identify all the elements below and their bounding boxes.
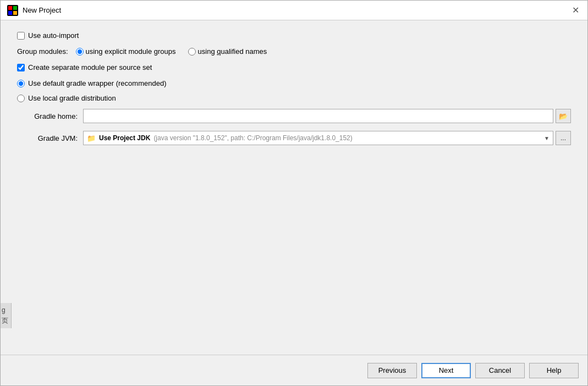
gradle-home-input-wrapper: 📂 [83,109,571,123]
svg-rect-1 [8,6,12,10]
dialog-title: New Project [23,6,61,14]
default-wrapper-row: Use default gradle wrapper (recommended) [17,79,571,87]
new-project-dialog: New Project ✕ Use auto-import Group modu… [0,0,588,386]
svg-rect-2 [13,6,17,10]
auto-import-checkbox[interactable] [17,32,25,40]
dialog-content: Use auto-import Group modules: using exp… [1,20,587,355]
local-gradle-label[interactable]: Use local gradle distribution [28,94,116,102]
dialog-footer: Previous Next Cancel Help [1,355,587,385]
group-modules-row: Group modules: using explicit module gro… [17,47,571,56]
app-icon [7,5,18,16]
gradle-home-browse-button[interactable]: 📂 [556,109,571,123]
group-qualified-radio[interactable] [188,48,196,56]
title-bar: New Project ✕ [1,1,587,20]
gradle-home-row: Gradle home: 📂 [17,109,571,123]
auto-import-label[interactable]: Use auto-import [28,31,79,40]
jdk-select-text: 📁 Use Project JDK (java version "1.8.0_1… [87,134,542,142]
gradle-jvm-label: Gradle JVM: [17,134,78,142]
jdk-details: (java version "1.8.0_152", path: C:/Prog… [153,134,352,142]
previous-button[interactable]: Previous [367,363,417,378]
gradle-home-label: Gradle home: [17,112,78,120]
cancel-button[interactable]: Cancel [475,363,525,378]
create-module-row: Create separate module per source set [17,63,571,71]
close-button[interactable]: ✕ [570,5,581,16]
default-wrapper-radio[interactable] [17,80,25,87]
dropdown-arrow-icon: ▼ [542,135,549,141]
svg-rect-3 [8,11,12,15]
gradle-home-input[interactable] [83,109,553,123]
sidebar-hint-1: g [2,305,10,316]
group-explicit-label[interactable]: using explicit module groups [86,47,176,56]
group-explicit-radio[interactable] [76,48,84,56]
default-wrapper-label[interactable]: Use default gradle wrapper (recommended) [28,79,166,87]
local-gradle-radio[interactable] [17,95,25,102]
gradle-jvm-select[interactable]: 📁 Use Project JDK (java version "1.8.0_1… [83,131,553,145]
jdk-folder-icon: 📁 [87,134,96,142]
auto-import-row: Use auto-import [17,31,571,40]
sidebar-hint: g 页 [1,303,12,328]
local-gradle-row: Use local gradle distribution [17,94,571,102]
group-option1: using explicit module groups [76,47,176,56]
svg-rect-4 [13,11,17,15]
next-button[interactable]: Next [421,363,471,378]
create-module-checkbox[interactable] [17,64,25,71]
group-modules-label: Group modules: [17,47,68,56]
group-option2: using qualified names [188,47,267,56]
gradle-jvm-select-wrapper: 📁 Use Project JDK (java version "1.8.0_1… [83,131,571,145]
jdk-name: Use Project JDK [99,134,150,142]
create-module-label[interactable]: Create separate module per source set [28,63,152,71]
sidebar-hint-2: 页 [2,316,10,326]
group-qualified-label[interactable]: using qualified names [198,47,267,56]
title-bar-left: New Project [7,5,61,16]
gradle-jvm-row: Gradle JVM: 📁 Use Project JDK (java vers… [17,131,571,145]
jdk-ellipsis-button[interactable]: ... [556,131,571,145]
help-button[interactable]: Help [529,363,579,378]
folder-icon: 📂 [559,112,568,120]
